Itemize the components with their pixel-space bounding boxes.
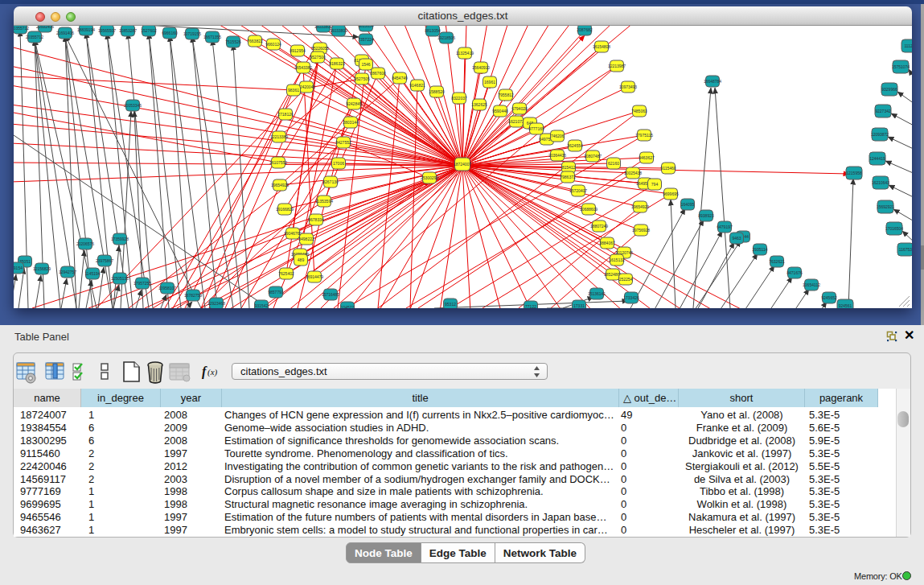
svg-text:116753: 116753 bbox=[899, 247, 912, 252]
svg-text:77122: 77122 bbox=[525, 304, 536, 308]
svg-text:20364436: 20364436 bbox=[548, 153, 566, 158]
svg-text:9590448: 9590448 bbox=[492, 109, 508, 113]
svg-text:16033809: 16033809 bbox=[330, 28, 347, 33]
svg-text:7632621: 7632621 bbox=[769, 259, 785, 264]
svg-text:8471676: 8471676 bbox=[786, 270, 803, 275]
svg-text:19046769: 19046769 bbox=[284, 231, 302, 236]
svg-text:10688609: 10688609 bbox=[580, 207, 598, 212]
svg-text:98361: 98361 bbox=[288, 88, 299, 93]
svg-text:19565507: 19565507 bbox=[98, 28, 116, 33]
svg-text:21691406: 21691406 bbox=[36, 26, 54, 29]
svg-text:15716485: 15716485 bbox=[322, 292, 339, 297]
svg-text:17957255: 17957255 bbox=[133, 281, 151, 286]
svg-text:8186323: 8186323 bbox=[329, 61, 345, 66]
svg-text:11325419: 11325419 bbox=[456, 51, 474, 56]
svg-text:3624554: 3624554 bbox=[567, 143, 583, 148]
svg-text:16154808: 16154808 bbox=[593, 44, 610, 49]
svg-text:16210643: 16210643 bbox=[872, 180, 889, 185]
svg-text:9227342: 9227342 bbox=[875, 109, 891, 113]
svg-text:10853287: 10853287 bbox=[119, 28, 137, 33]
svg-text:12942757: 12942757 bbox=[59, 270, 76, 274]
svg-text:(x): (x) bbox=[207, 367, 218, 377]
svg-text:20053346: 20053346 bbox=[124, 103, 142, 108]
svg-text:55226055: 55226055 bbox=[311, 46, 329, 51]
svg-text:924561: 924561 bbox=[839, 303, 852, 308]
svg-text:9527505: 9527505 bbox=[354, 76, 370, 81]
svg-text:2087682: 2087682 bbox=[577, 27, 593, 32]
svg-text:12505135: 12505135 bbox=[111, 276, 129, 281]
svg-text:12213987: 12213987 bbox=[608, 64, 626, 68]
svg-text:17016504: 17016504 bbox=[885, 226, 903, 231]
svg-text:12923468: 12923468 bbox=[207, 301, 225, 306]
svg-text:8813054: 8813054 bbox=[425, 28, 441, 33]
svg-text:489: 489 bbox=[298, 257, 305, 262]
svg-text:15720407: 15720407 bbox=[569, 188, 587, 193]
svg-text:1215958: 1215958 bbox=[846, 171, 862, 175]
svg-text:15692921: 15692921 bbox=[877, 204, 894, 209]
svg-text:16961: 16961 bbox=[484, 80, 495, 84]
svg-text:1244419: 1244419 bbox=[869, 156, 885, 161]
svg-text:7955812: 7955812 bbox=[498, 93, 514, 97]
svg-text:10025438: 10025438 bbox=[624, 171, 642, 175]
svg-text:2803144: 2803144 bbox=[343, 120, 359, 125]
svg-text:11120: 11120 bbox=[904, 43, 912, 48]
svg-text:9329966: 9329966 bbox=[881, 87, 897, 92]
svg-text:20355712: 20355712 bbox=[26, 35, 43, 39]
svg-text:7485063: 7485063 bbox=[631, 109, 647, 113]
svg-text:9146821: 9146821 bbox=[409, 83, 425, 88]
svg-text:2867608: 2867608 bbox=[370, 71, 386, 76]
svg-text:1546: 1546 bbox=[361, 62, 370, 67]
svg-text:12093872: 12093872 bbox=[871, 132, 889, 137]
svg-text:8678334: 8678334 bbox=[308, 217, 324, 222]
svg-text:9115460: 9115460 bbox=[660, 166, 676, 171]
svg-text:18807249: 18807249 bbox=[590, 224, 608, 229]
svg-text:15751074: 15751074 bbox=[892, 64, 910, 69]
svg-text:1527602: 1527602 bbox=[141, 28, 157, 33]
svg-text:7625402: 7625402 bbox=[278, 271, 294, 276]
svg-text:1621072: 1621072 bbox=[508, 119, 524, 124]
svg-text:19756928: 19756928 bbox=[632, 228, 650, 233]
svg-text:2935114: 2935114 bbox=[752, 247, 767, 252]
svg-text:16107552: 16107552 bbox=[269, 160, 287, 165]
svg-text:20355712: 20355712 bbox=[14, 26, 29, 31]
svg-text:1362625: 1362625 bbox=[471, 102, 487, 107]
svg-text:2718126: 2718126 bbox=[277, 112, 294, 117]
svg-text:8912954: 8912954 bbox=[290, 48, 306, 53]
svg-text:19166829: 19166829 bbox=[276, 207, 294, 212]
svg-text:6479197: 6479197 bbox=[717, 225, 733, 229]
svg-text:18724007: 18724007 bbox=[454, 162, 471, 167]
svg-text:10654112: 10654112 bbox=[803, 282, 820, 287]
svg-text:9245652: 9245652 bbox=[821, 295, 837, 300]
svg-text:9699695: 9699695 bbox=[663, 192, 679, 196]
svg-text:18839194: 18839194 bbox=[77, 27, 95, 32]
svg-text:f: f bbox=[202, 365, 207, 379]
svg-text:20206576: 20206576 bbox=[76, 241, 94, 246]
svg-text:9857791: 9857791 bbox=[268, 290, 284, 295]
svg-text:12156829: 12156829 bbox=[33, 266, 51, 271]
svg-text:7663822: 7663822 bbox=[247, 39, 263, 43]
svg-text:1145194: 1145194 bbox=[84, 271, 100, 276]
svg-text:17331: 17331 bbox=[573, 303, 585, 308]
svg-text:164095: 164095 bbox=[681, 202, 695, 207]
svg-text:10973493: 10973493 bbox=[619, 84, 637, 89]
svg-text:9777169: 9777169 bbox=[528, 126, 544, 131]
svg-text:8267130: 8267130 bbox=[322, 179, 339, 184]
svg-text:62160: 62160 bbox=[608, 161, 619, 166]
svg-text:15640910: 15640910 bbox=[472, 65, 490, 70]
svg-text:19218506: 19218506 bbox=[437, 35, 455, 40]
svg-text:10807487: 10807487 bbox=[584, 154, 602, 159]
svg-text:19654923: 19654923 bbox=[631, 204, 649, 209]
svg-text:10958107: 10958107 bbox=[158, 286, 176, 290]
svg-text:9527500: 9527500 bbox=[310, 55, 326, 60]
svg-text:794: 794 bbox=[651, 182, 659, 187]
svg-text:8813054: 8813054 bbox=[358, 26, 374, 28]
svg-text:7515526: 7515526 bbox=[225, 39, 241, 44]
svg-text:1588520: 1588520 bbox=[429, 89, 445, 94]
svg-text:16648784: 16648784 bbox=[704, 79, 721, 84]
svg-text:931542: 931542 bbox=[255, 303, 269, 308]
svg-text:23975867: 23975867 bbox=[96, 258, 113, 263]
svg-text:7986372: 7986372 bbox=[560, 175, 576, 179]
svg-text:16782759: 16782759 bbox=[184, 293, 202, 298]
svg-text:17359928: 17359928 bbox=[111, 237, 129, 241]
svg-text:16671355: 16671355 bbox=[203, 35, 221, 39]
